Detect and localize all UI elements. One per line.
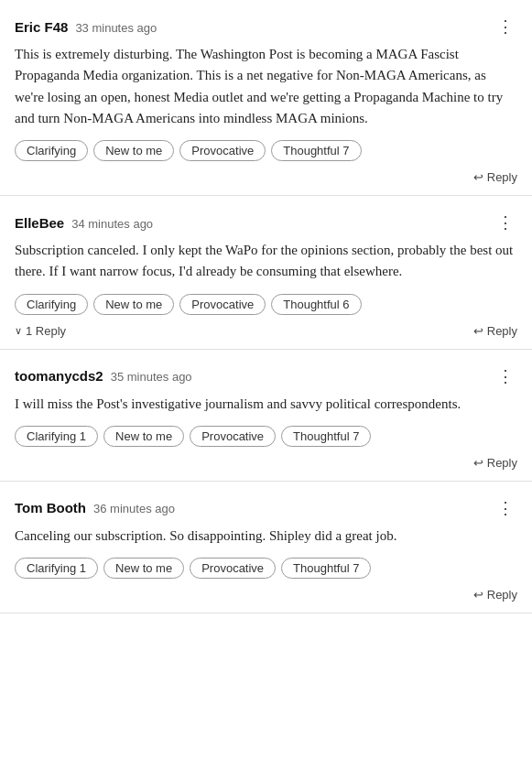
comment-timestamp: 33 minutes ago	[75, 21, 157, 35]
reply-label: Reply	[487, 588, 517, 602]
reaction-tag[interactable]: Clarifying 1	[15, 558, 98, 579]
comment-body: Canceling our subscription. So disappoin…	[15, 526, 517, 547]
chevron-down-icon: ∨	[15, 325, 22, 337]
reply-arrow-icon: ↩	[473, 170, 483, 184]
reply-button[interactable]: ↩ Reply	[473, 588, 517, 602]
reply-label: Reply	[487, 170, 517, 184]
reaction-tag[interactable]: Clarifying 1	[15, 426, 98, 447]
comment-item: ElleBee34 minutes ago⋮Subscription cance…	[0, 196, 532, 350]
comment-username: toomanycds2	[15, 368, 103, 384]
reaction-tag[interactable]: New to me	[103, 558, 184, 579]
reply-button[interactable]: ↩ Reply	[473, 456, 517, 470]
reply-arrow-icon: ↩	[473, 588, 483, 602]
reaction-row: ClarifyingNew to meProvocativeThoughtful…	[15, 140, 517, 161]
comment-item: toomanycds235 minutes ago⋮I will miss th…	[0, 350, 532, 482]
reaction-tag[interactable]: Provocative	[190, 558, 276, 579]
reaction-tag[interactable]: Provocative	[179, 140, 266, 161]
reply-button[interactable]: ↩ Reply	[473, 170, 517, 184]
comment-header-left: toomanycds235 minutes ago	[15, 368, 192, 384]
comment-body: I will miss the Post's investigative jou…	[15, 394, 517, 415]
reaction-tag[interactable]: Thoughtful 7	[271, 140, 361, 161]
more-options-icon[interactable]: ⋮	[494, 212, 517, 233]
more-options-icon[interactable]: ⋮	[494, 366, 517, 386]
comment-header: toomanycds235 minutes ago⋮	[15, 366, 517, 386]
comment-username: Eric F48	[15, 19, 68, 35]
comment-timestamp: 35 minutes ago	[111, 370, 192, 384]
reaction-tag[interactable]: New to me	[93, 140, 174, 161]
comment-header: Tom Booth36 minutes ago⋮	[15, 498, 517, 518]
comment-header-left: Tom Booth36 minutes ago	[15, 500, 175, 515]
comment-footer: ↩ Reply	[15, 588, 517, 602]
reaction-row: Clarifying 1New to meProvocativeThoughtf…	[15, 558, 517, 579]
comment-username: ElleBee	[15, 215, 64, 231]
reaction-tag[interactable]: Thoughtful 7	[281, 558, 371, 579]
reply-button[interactable]: ↩ Reply	[473, 324, 517, 338]
more-options-icon[interactable]: ⋮	[494, 16, 517, 37]
reply-expand-button[interactable]: ∨1 Reply	[15, 324, 66, 338]
comment-body: This is extremely disturbing. The Washin…	[15, 44, 517, 129]
reaction-tag[interactable]: New to me	[93, 294, 174, 315]
comment-list: Eric F4833 minutes ago⋮This is extremely…	[0, 0, 532, 613]
comment-header: ElleBee34 minutes ago⋮	[15, 212, 517, 233]
comment-header-left: ElleBee34 minutes ago	[15, 215, 153, 231]
reply-arrow-icon: ↩	[473, 456, 483, 470]
more-options-icon[interactable]: ⋮	[494, 498, 517, 518]
reaction-tag[interactable]: Provocative	[179, 294, 266, 315]
comment-timestamp: 36 minutes ago	[93, 502, 175, 515]
reply-arrow-icon: ↩	[473, 324, 483, 338]
reaction-tag[interactable]: New to me	[103, 426, 184, 447]
reply-label: Reply	[487, 456, 517, 470]
comment-footer: ↩ Reply	[15, 170, 517, 184]
reaction-tag[interactable]: Clarifying	[15, 140, 88, 161]
reaction-tag[interactable]: Thoughtful 6	[271, 294, 361, 315]
reaction-tag[interactable]: Provocative	[190, 426, 276, 447]
reaction-row: ClarifyingNew to meProvocativeThoughtful…	[15, 294, 517, 315]
reaction-tag[interactable]: Clarifying	[15, 294, 88, 315]
comment-timestamp: 34 minutes ago	[71, 217, 153, 231]
reply-expand-label: 1 Reply	[26, 324, 66, 338]
reaction-tag[interactable]: Thoughtful 7	[281, 426, 371, 447]
comment-header: Eric F4833 minutes ago⋮	[15, 16, 517, 37]
comment-footer: ∨1 Reply↩ Reply	[15, 324, 517, 338]
comment-item: Eric F4833 minutes ago⋮This is extremely…	[0, 0, 532, 196]
comment-header-left: Eric F4833 minutes ago	[15, 19, 157, 35]
reply-label: Reply	[487, 324, 517, 338]
comment-item: Tom Booth36 minutes ago⋮Canceling our su…	[0, 482, 532, 613]
comment-username: Tom Booth	[15, 500, 86, 515]
comment-body: Subscription canceled. I only kept the W…	[15, 240, 517, 283]
comment-footer: ↩ Reply	[15, 456, 517, 470]
reaction-row: Clarifying 1New to meProvocativeThoughtf…	[15, 426, 517, 447]
